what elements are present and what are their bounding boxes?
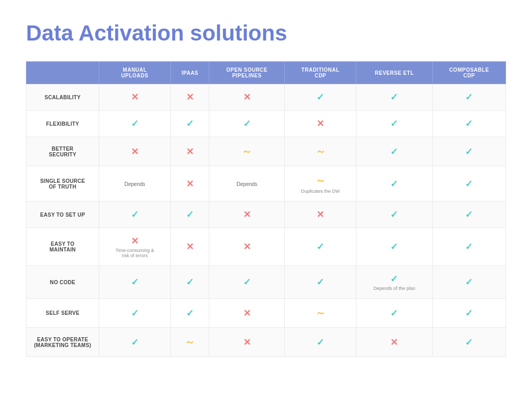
table-cell: ～ — [285, 299, 356, 328]
tilde-icon: ～ — [242, 145, 252, 157]
table-cell: ✓ — [285, 84, 356, 111]
table-cell: Depends — [99, 166, 171, 202]
table-cell: ✓ — [356, 84, 433, 111]
cross-icon: ✕ — [131, 147, 139, 157]
check-icon: ✓ — [465, 118, 473, 129]
table-cell: ✕ — [171, 166, 209, 202]
table-cell: ✕Time-consuming &risk of errors — [99, 228, 171, 266]
row-label: SELF SERVE — [26, 299, 99, 328]
check-icon: ✓ — [465, 92, 473, 102]
check-icon: ✓ — [316, 337, 324, 348]
row-label: NO CODE — [26, 266, 99, 299]
table-cell: ～Duplicates the DW — [285, 166, 356, 202]
check-icon: ✓ — [465, 337, 473, 348]
table-cell: ✕ — [99, 137, 171, 166]
check-icon: ✓ — [131, 308, 139, 318]
check-icon: ✓ — [465, 277, 473, 287]
table-cell: ✕ — [171, 228, 209, 266]
table-row: SCALABILITY✕✕✕✓✓✓ — [26, 84, 506, 111]
cross-icon: ✕ — [390, 337, 398, 348]
table-cell: ～ — [209, 137, 285, 166]
table-cell: ✓ — [432, 202, 506, 228]
table-row: EASY TOMAINTAIN✕Time-consuming &risk of … — [26, 228, 506, 266]
tilde-note-cell: ～Duplicates the DW — [289, 174, 352, 194]
row-label: EASY TOMAINTAIN — [26, 228, 99, 266]
table-cell: ✓ — [171, 202, 209, 228]
table-cell: ✓ — [356, 202, 433, 228]
check-icon: ✓ — [131, 118, 139, 129]
check-icon: ✓ — [390, 242, 398, 252]
table-cell: ✕ — [209, 202, 285, 228]
tilde-icon: ～ — [315, 145, 326, 157]
table-cell: ✓ — [432, 111, 506, 137]
table-cell: ✓ — [99, 299, 171, 328]
cross-note-cell: ✕Time-consuming &risk of errors — [103, 235, 166, 258]
table-row: EASY TO OPERATE(Marketing teams)✓～✕✓✕✓ — [26, 328, 506, 357]
table-cell: ✕ — [99, 84, 171, 111]
col-header-open-source: OPEN SOURCEPIPELINES — [209, 62, 285, 84]
cross-icon: ✕ — [186, 92, 194, 102]
row-label: BETTERSECURITY — [26, 137, 99, 166]
table-cell: ✓ — [432, 228, 506, 266]
table-row: BETTERSECURITY✕✕～～✓✓ — [26, 137, 506, 166]
tilde-icon: ～ — [315, 307, 326, 318]
col-header-ipaas: IPAAS — [171, 62, 209, 84]
check-icon: ✓ — [316, 277, 324, 287]
table-cell: ✕ — [209, 328, 285, 357]
row-label: FLEXIBILITY — [26, 111, 99, 137]
check-icon: ✓ — [390, 209, 398, 220]
table-cell: ✓ — [356, 111, 433, 137]
table-cell: ✓ — [99, 202, 171, 228]
check-icon: ✓ — [390, 274, 398, 284]
table-cell: ✓ — [285, 328, 356, 357]
table-cell: ✓ — [432, 166, 506, 202]
table-cell: ✕ — [171, 137, 209, 166]
page-title: Data Activation solutions — [26, 21, 506, 46]
table-cell: ✓ — [432, 84, 506, 111]
row-label: SCALABILITY — [26, 84, 99, 111]
table-row: SELF SERVE✓✓✕～✓✓ — [26, 299, 506, 328]
col-header-composable-cdp: COMPOSABLECDP — [432, 62, 506, 84]
table-row: SINGLE SOURCEOF TRUTHDepends✕Depends～Dup… — [26, 166, 506, 202]
check-icon: ✓ — [131, 209, 139, 220]
cross-icon: ✕ — [186, 242, 194, 252]
check-icon: ✓ — [316, 92, 324, 102]
check-icon: ✓ — [186, 308, 194, 318]
check-icon: ✓ — [465, 209, 473, 220]
table-cell: ✕ — [285, 111, 356, 137]
cross-icon: ✕ — [243, 308, 251, 318]
text-cell: Depends — [103, 181, 166, 187]
check-icon: ✓ — [316, 242, 324, 252]
table-cell: ✕ — [209, 228, 285, 266]
check-icon: ✓ — [390, 92, 398, 102]
table-cell: ✓ — [171, 111, 209, 137]
table-cell: ✓Depends of the plan — [356, 266, 433, 299]
row-label: SINGLE SOURCEOF TRUTH — [26, 166, 99, 202]
table-cell: ✓ — [99, 111, 171, 137]
tilde-icon: ～ — [184, 336, 195, 348]
table-cell: ✓ — [432, 137, 506, 166]
table-cell: ✕ — [209, 299, 285, 328]
tilde-icon: ～ — [315, 175, 326, 186]
check-note-cell: ✓Depends of the plan — [361, 273, 428, 291]
table-cell: ✓ — [432, 266, 506, 299]
cross-icon: ✕ — [316, 209, 324, 220]
table-cell: ✓ — [285, 266, 356, 299]
check-icon: ✓ — [186, 118, 194, 129]
cell-note: Depends of the plan — [361, 286, 428, 291]
table-row: FLEXIBILITY✓✓✓✕✓✓ — [26, 111, 506, 137]
check-icon: ✓ — [186, 209, 194, 220]
table-cell: ✓ — [99, 328, 171, 357]
cross-icon: ✕ — [131, 92, 139, 102]
row-label: EASY TO SET UP — [26, 202, 99, 228]
comparison-table: MANUALUPLOADS IPAAS OPEN SOURCEPIPELINES… — [26, 61, 506, 357]
check-icon: ✓ — [390, 308, 398, 318]
table-cell: ✕ — [285, 202, 356, 228]
check-icon: ✓ — [465, 242, 473, 252]
cross-icon: ✕ — [243, 209, 251, 220]
check-icon: ✓ — [186, 277, 194, 287]
table-cell: ✓ — [171, 266, 209, 299]
cross-icon: ✕ — [131, 235, 139, 247]
table-cell: ✕ — [209, 84, 285, 111]
col-header-empty — [26, 62, 99, 84]
